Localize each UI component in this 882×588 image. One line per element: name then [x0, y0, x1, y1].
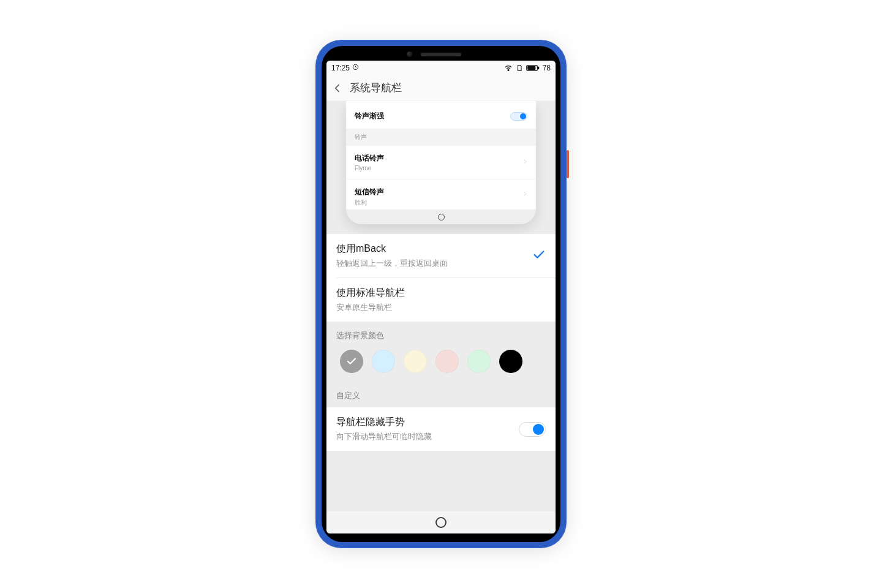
option-standard-title: 使用标准导航栏 — [336, 287, 405, 300]
preview-row1-sub: Flyme — [355, 165, 527, 172]
preview-row-phone-ringtone: 电话铃声 Flyme — [346, 146, 536, 179]
color-swatch-row — [326, 347, 556, 384]
page-title: 系统导航栏 — [350, 81, 402, 95]
status-bar: 17:25 — [326, 61, 556, 75]
option-mback-title: 使用mBack — [336, 243, 448, 255]
phone-bezel: 17:25 — [322, 46, 560, 542]
svg-rect-3 — [538, 67, 539, 69]
option-standard-navbar[interactable]: 使用标准导航栏 安卓原生导航栏 — [326, 278, 556, 322]
earpiece — [421, 53, 461, 56]
chevron-right-icon — [522, 158, 527, 167]
option-standard-sub: 安卓原生导航栏 — [336, 302, 405, 313]
sim-icon — [516, 64, 523, 72]
svg-rect-4 — [527, 66, 535, 70]
section-header-custom: 自定义 — [326, 384, 556, 407]
preview-section-header: 铃声 — [346, 129, 536, 146]
color-swatch-1[interactable] — [372, 350, 395, 373]
preview-zone: 铃声渐强 铃声 电话铃声 Flyme 短信铃声 — [326, 101, 556, 234]
option-mback[interactable]: 使用mBack 轻触返回上一级，重按返回桌面 — [326, 234, 556, 277]
preview-toggle-label: 铃声渐强 — [355, 111, 384, 121]
preview-row2-sub: 胜利 — [355, 198, 527, 207]
clock-icon — [352, 64, 359, 72]
gesture-toggle[interactable] — [519, 422, 546, 437]
phone-frame: 17:25 — [315, 40, 567, 548]
preview-home-icon — [438, 214, 445, 221]
color-swatch-3[interactable] — [435, 350, 459, 373]
preview-toggle-row: 铃声渐强 — [346, 101, 536, 129]
screen: 17:25 — [326, 61, 556, 533]
option-mback-sub: 轻触返回上一级，重按返回桌面 — [336, 258, 448, 269]
nav-mode-list: 使用mBack 轻触返回上一级，重按返回桌面 使用标准导航栏 — [326, 234, 556, 322]
section-header-bgcolor: 选择背景颜色 — [326, 322, 556, 347]
chevron-right-icon — [522, 190, 527, 199]
preview-card: 铃声渐强 铃声 电话铃声 Flyme 短信铃声 — [346, 101, 536, 224]
title-bar: 系统导航栏 — [326, 75, 556, 101]
color-swatch-5[interactable] — [499, 350, 522, 373]
color-swatch-2[interactable] — [404, 350, 427, 373]
gesture-sub: 向下滑动导航栏可临时隐藏 — [336, 431, 432, 442]
system-navbar — [326, 511, 556, 533]
gesture-title: 导航栏隐藏手势 — [336, 416, 432, 429]
back-button[interactable] — [333, 83, 342, 93]
color-swatch-0[interactable] — [340, 350, 363, 373]
option-hide-gesture[interactable]: 导航栏隐藏手势 向下滑动导航栏可临时隐藏 — [326, 407, 556, 451]
check-icon — [532, 248, 546, 264]
home-button[interactable] — [435, 517, 447, 528]
preview-row1-label: 电话铃声 — [355, 153, 527, 164]
wifi-icon — [504, 64, 513, 72]
color-swatch-4[interactable] — [467, 350, 491, 373]
preview-toggle — [510, 112, 527, 121]
svg-point-1 — [508, 70, 509, 71]
battery-icon — [526, 64, 540, 72]
content-area[interactable]: 铃声渐强 铃声 电话铃声 Flyme 短信铃声 — [326, 101, 556, 511]
battery-pct: 78 — [543, 64, 551, 72]
preview-row-sms-ringtone: 短信铃声 胜利 — [346, 179, 536, 209]
preview-navbar — [346, 209, 536, 224]
preview-row2-label: 短信铃声 — [355, 187, 527, 197]
status-time: 17:25 — [331, 64, 350, 72]
front-camera — [407, 51, 412, 57]
